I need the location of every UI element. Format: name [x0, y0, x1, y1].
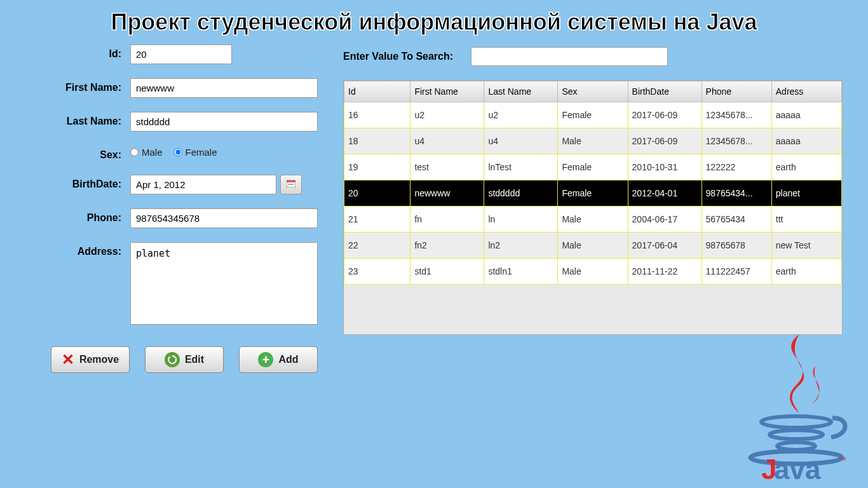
th-id[interactable]: Id: [344, 81, 410, 102]
cell-ad: ttt: [771, 207, 841, 233]
svg-point-7: [777, 442, 815, 450]
cell-ln: stddddd: [484, 180, 558, 207]
cell-sex: Female: [558, 102, 628, 128]
svg-rect-3: [290, 184, 292, 185]
table-row[interactable]: 20newwwwstdddddFemale2012-04-0198765434.…: [344, 180, 842, 207]
address-field[interactable]: [130, 242, 318, 325]
calendar-icon: [287, 180, 295, 189]
cell-id: 16: [344, 102, 410, 128]
th-sex[interactable]: Sex: [558, 81, 628, 102]
table-row[interactable]: 21fnlnMale2004-06-1756765434ttt: [344, 207, 842, 233]
cell-sex: Male: [558, 259, 628, 285]
table-row[interactable]: 23std1stdln1Male2011-11-22111222457earth: [344, 259, 842, 285]
table-header-row: Id First Name Last Name Sex BirthDate Ph…: [344, 81, 842, 102]
label-sex: Sex:: [25, 146, 130, 161]
table-row[interactable]: 18u4u4Male2017-06-0912345678...aaaaa: [344, 128, 842, 154]
calendar-button[interactable]: [280, 175, 302, 194]
cell-id: 20: [344, 180, 410, 207]
table-row[interactable]: 16u2u2Female2017-06-0912345678...aaaaa: [344, 102, 842, 128]
cell-bd: 2011-11-22: [628, 259, 702, 285]
th-first-name[interactable]: First Name: [410, 81, 484, 102]
cell-bd: 2017-06-09: [628, 128, 702, 154]
cell-id: 23: [344, 259, 410, 285]
th-birthdate[interactable]: BirthDate: [628, 81, 702, 102]
radio-female-label[interactable]: Female: [174, 147, 217, 158]
cell-ph: 122222: [702, 154, 771, 180]
cell-bd: 2010-10-31: [628, 154, 702, 180]
cell-ph: 98765678: [702, 233, 771, 259]
radio-male-text: Male: [142, 147, 163, 158]
cell-id: 19: [344, 154, 410, 180]
th-phone[interactable]: Phone: [702, 81, 771, 102]
label-phone: Phone:: [25, 208, 130, 224]
remove-button[interactable]: ✕ Remove: [51, 346, 130, 373]
id-field[interactable]: [130, 44, 232, 64]
cell-fn: fn: [410, 207, 484, 233]
remove-icon: ✕: [62, 352, 74, 367]
cell-ad: earth: [771, 154, 841, 180]
cell-ad: aaaaa: [771, 128, 841, 154]
radio-male[interactable]: [130, 148, 139, 156]
svg-rect-4: [292, 184, 294, 185]
th-last-name[interactable]: Last Name: [484, 81, 558, 102]
label-id: Id:: [25, 44, 130, 60]
cell-fn: newwww: [410, 180, 484, 207]
add-button[interactable]: + Add: [239, 346, 318, 373]
table-empty-area: [344, 285, 842, 334]
cell-fn: u4: [410, 128, 484, 154]
add-icon: +: [258, 352, 273, 367]
first-name-field[interactable]: [130, 78, 318, 98]
java-logo: J ava ™: [736, 328, 857, 483]
cell-ad: aaaaa: [771, 102, 841, 128]
cell-ln: u2: [484, 102, 558, 128]
cell-ph: 56765434: [702, 207, 771, 233]
svg-point-6: [770, 430, 823, 439]
cell-ad: new Test: [771, 233, 841, 259]
search-input[interactable]: [471, 47, 668, 66]
cell-bd: 2004-06-17: [628, 207, 702, 233]
radio-female[interactable]: [174, 148, 182, 156]
th-address[interactable]: Adress: [771, 81, 841, 102]
cell-fn: u2: [410, 102, 484, 128]
search-label: Enter Value To Search:: [343, 51, 453, 62]
cell-fn: std1: [410, 259, 484, 285]
cell-ln: lnTest: [484, 154, 558, 180]
radio-male-label[interactable]: Male: [130, 147, 163, 158]
page-title: Проект студенческой информационной систе…: [0, 0, 868, 44]
svg-rect-2: [288, 184, 290, 185]
edit-icon: [165, 352, 180, 367]
last-name-field[interactable]: [130, 112, 318, 132]
cell-bd: 2017-06-09: [628, 102, 702, 128]
cell-fn: test: [410, 154, 484, 180]
cell-sex: Female: [558, 180, 628, 207]
cell-ln: ln: [484, 207, 558, 233]
cell-bd: 2017-06-04: [628, 233, 702, 259]
edit-button[interactable]: Edit: [145, 346, 224, 373]
cell-bd: 2012-04-01: [628, 180, 702, 207]
cell-fn: fn2: [410, 233, 484, 259]
form-panel: Id: First Name: Last Name: Sex: Male Fem…: [25, 44, 318, 373]
cell-ph: 12345678...: [702, 128, 771, 154]
label-address: Address:: [25, 242, 130, 257]
cell-id: 21: [344, 207, 410, 233]
table-row[interactable]: 19testlnTestFemale2010-10-31122222earth: [344, 154, 842, 180]
remove-button-label: Remove: [79, 354, 119, 365]
cell-ad: planet: [771, 180, 841, 207]
cell-id: 18: [344, 128, 410, 154]
svg-text:™: ™: [839, 456, 846, 464]
cell-ph: 111222457: [702, 259, 771, 285]
table-row[interactable]: 22fn2ln2Male2017-06-0498765678new Test: [344, 233, 842, 259]
cell-id: 22: [344, 233, 410, 259]
cell-ph: 12345678...: [702, 102, 771, 128]
cell-ln: ln2: [484, 233, 558, 259]
cell-sex: Male: [558, 233, 628, 259]
birthdate-field[interactable]: [130, 175, 276, 194]
svg-rect-1: [287, 180, 295, 182]
cell-sex: Female: [558, 154, 628, 180]
svg-point-5: [761, 416, 831, 428]
phone-field[interactable]: [130, 208, 318, 228]
label-first-name: First Name:: [25, 78, 130, 93]
cell-sex: Male: [558, 207, 628, 233]
label-last-name: Last Name:: [25, 112, 130, 127]
radio-female-text: Female: [186, 147, 217, 158]
